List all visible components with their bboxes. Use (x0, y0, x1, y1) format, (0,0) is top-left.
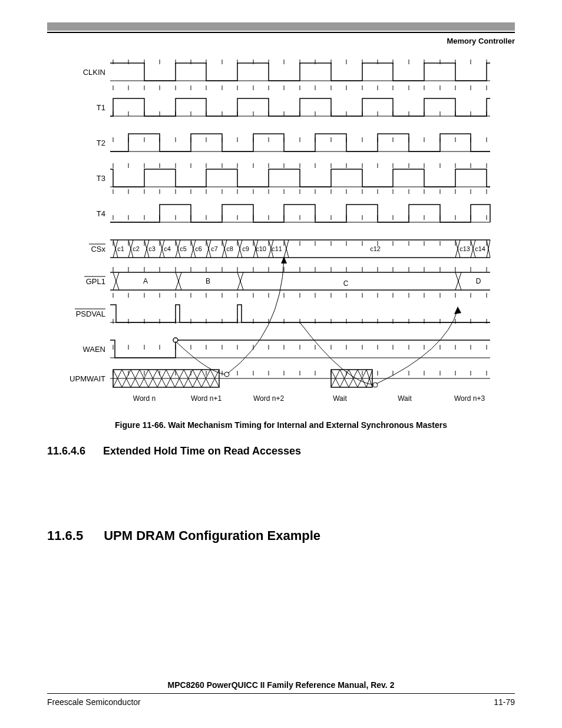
lbl-waen: WAEN (82, 345, 105, 354)
section-11.6.5: 11.6.5 UPM DRAM Configuration Example (47, 528, 515, 543)
figure-caption: Figure 11-66. Wait Mechanism Timing for … (69, 420, 493, 430)
svg-text:A: A (143, 277, 148, 285)
waveforms (110, 63, 490, 387)
lbl-csx: CSx (91, 245, 105, 253)
section-title: Extended Hold Time on Read Accesses (103, 445, 301, 457)
svg-text:Word n+3: Word n+3 (454, 394, 485, 403)
svg-text:c1: c1 (117, 245, 124, 252)
svg-text:c9: c9 (242, 245, 249, 252)
svg-text:Word n: Word n (133, 394, 156, 403)
svg-text:c11: c11 (272, 245, 282, 252)
section-number: 11.6.4.6 (47, 445, 100, 457)
svg-text:c10: c10 (256, 245, 266, 252)
svg-text:Word n+1: Word n+1 (191, 394, 222, 403)
page: Memory Controller CLKIN T1 T2 T3 T4 CSx (0, 0, 562, 728)
section-11.6.4.6: 11.6.4.6 Extended Hold Time on Read Acce… (47, 445, 515, 457)
word-labels: Word n Word n+1 Word n+2 Wait Wait Word … (133, 394, 485, 403)
header-section: Memory Controller (47, 37, 515, 45)
timing-svg: CLKIN T1 T2 T3 T4 CSx GPL1 PSDVAL WAEN U… (69, 56, 493, 410)
lbl-gpl1: GPL1 (86, 277, 105, 286)
svg-text:c13: c13 (459, 245, 470, 252)
page-footer: MPC8260 PowerQUICC II Family Reference M… (47, 680, 515, 707)
svg-text:c4: c4 (164, 245, 171, 252)
section-number: 11.6.5 (47, 528, 100, 543)
lbl-upmwait: UPMWAIT (70, 374, 105, 383)
lbl-psdval: PSDVAL (76, 309, 105, 318)
lbl-t4: T4 (97, 209, 105, 218)
svg-text:c2: c2 (133, 245, 140, 252)
csx-cycle-labels: c1 c2 c3 c4 c5 c6 c7 c8 c9 c10 c11 c12 c… (117, 245, 485, 252)
svg-text:Wait: Wait (333, 394, 347, 403)
lbl-t3: T3 (97, 174, 105, 183)
footer-right: 11-79 (494, 697, 515, 707)
lbl-t1: T1 (97, 103, 105, 112)
timing-diagram: CLKIN T1 T2 T3 T4 CSx GPL1 PSDVAL WAEN U… (69, 56, 493, 430)
svg-text:B: B (206, 277, 210, 285)
lbl-clkin: CLKIN (83, 68, 105, 77)
svg-text:c14: c14 (475, 245, 485, 252)
footer-left: Freescale Semiconductor (47, 697, 141, 707)
section-title: UPM DRAM Configuration Example (104, 528, 320, 543)
svg-text:c3: c3 (148, 245, 156, 252)
svg-text:c12: c12 (370, 245, 381, 252)
svg-text:c6: c6 (195, 245, 202, 252)
svg-text:c5: c5 (180, 245, 187, 252)
svg-text:Wait: Wait (398, 394, 412, 403)
lbl-t2: T2 (97, 139, 105, 147)
footer-title: MPC8260 PowerQUICC II Family Reference M… (47, 680, 515, 694)
svg-text:Word n+2: Word n+2 (253, 394, 284, 403)
svg-point-39 (173, 338, 178, 342)
svg-marker-46 (454, 307, 461, 314)
header-thin-rule (47, 32, 515, 33)
svg-text:D: D (476, 277, 481, 285)
signal-labels: CLKIN T1 T2 T3 T4 CSx GPL1 PSDVAL WAEN U… (70, 68, 105, 383)
gpl-segment-labels: A B C D (143, 277, 481, 288)
svg-text:C: C (343, 279, 349, 288)
svg-text:c7: c7 (211, 245, 218, 252)
header-thick-rule (47, 22, 515, 31)
svg-text:c8: c8 (226, 245, 233, 252)
